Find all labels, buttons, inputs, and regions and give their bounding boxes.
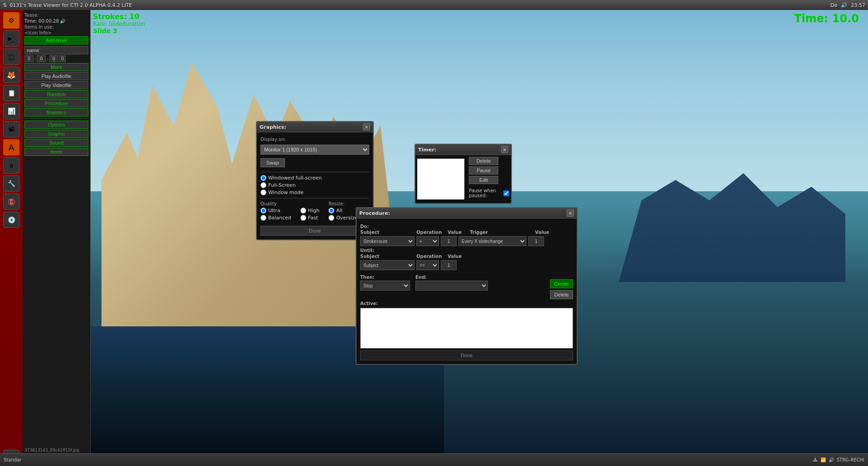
procedure-dialog-titlebar[interactable]: Procedure: ✕ — [357, 208, 577, 218]
graphics-dialog-titlebar[interactable]: Graphics: ✕ — [257, 122, 373, 132]
high-option[interactable]: High — [300, 208, 319, 214]
trigger-value-col-header: Value — [535, 230, 555, 235]
monitor-select[interactable]: Monitor 1 (1920 x 1015) — [260, 145, 369, 155]
all-label: All — [336, 208, 342, 214]
resize-label: Resize: — [328, 201, 359, 206]
subject-select[interactable]: Strokecount — [360, 236, 415, 246]
create-button[interactable]: Create — [550, 279, 573, 288]
balanced-label: Balanced — [268, 215, 291, 221]
sidebar-icon-firefox[interactable]: 🦊 — [3, 67, 19, 83]
title-text: 0131's Tease Viewer for CTI 2.0 ALPHA 0.… — [10, 2, 132, 8]
sidebar-icon-files[interactable]: 📋 — [3, 85, 19, 101]
windowed-fullscreen-radio[interactable] — [260, 175, 266, 181]
then-select[interactable]: Stop — [360, 281, 410, 291]
timer-edit-button[interactable]: Edit — [469, 176, 498, 184]
graphic-button[interactable]: Graphic — [24, 130, 88, 138]
items-button[interactable]: Items — [24, 148, 88, 156]
swap-button[interactable]: Swap — [260, 158, 285, 167]
more-button[interactable]: More — [24, 63, 88, 71]
time-ms-input[interactable] — [59, 55, 66, 62]
options-button[interactable]: Options — [24, 121, 88, 129]
fullscreen-radio[interactable] — [260, 182, 266, 188]
windowed-fullscreen-option[interactable]: Windowed full-screen — [260, 175, 369, 181]
ultra-label: Ultra — [268, 208, 280, 214]
timer-buttons: Delete Pause Edit Pause when paused: — [469, 157, 509, 198]
all-option[interactable]: All — [328, 208, 359, 214]
sidebar-icon-phone-off[interactable]: 📵 — [3, 194, 19, 210]
name-input[interactable] — [24, 46, 88, 54]
oversize-option[interactable]: Oversize. — [328, 215, 359, 221]
timer-pause-button[interactable]: Pause — [469, 166, 498, 175]
sidebar-icon-terminal[interactable]: ▶_ — [3, 30, 19, 47]
timer-close-button[interactable]: ✕ — [501, 146, 508, 153]
balanced-option[interactable]: Balanced — [260, 215, 291, 221]
end-select[interactable] — [415, 281, 488, 291]
sidebar-icon-0[interactable]: ⚙ — [3, 12, 19, 29]
sidebar-icon-impress[interactable]: 📽 — [3, 121, 19, 137]
procedure-delete-button[interactable]: Delete — [550, 290, 573, 299]
procedure-close-button[interactable]: ✕ — [567, 209, 574, 217]
timer-body: Delete Pause Edit Pause when paused: — [415, 155, 511, 203]
procedure-close-icon: ✕ — [569, 211, 572, 216]
quality-col: Quality Ultra Balanced — [260, 201, 291, 222]
until-subject-header: Subject — [360, 254, 415, 259]
speaker-small-icon: 🔊 — [60, 19, 65, 24]
taskbar-network-icon: 🖧 — [813, 457, 818, 462]
sidebar-icon-sheets[interactable]: 📊 — [3, 103, 19, 119]
window-mode-option[interactable]: Window mode — [260, 189, 369, 195]
procedure-button[interactable]: Procedure — [24, 99, 88, 107]
fast-radio[interactable] — [300, 215, 306, 221]
graphics-done-button[interactable]: Done — [260, 226, 369, 236]
ultra-radio[interactable] — [260, 208, 266, 214]
divider-1 — [24, 118, 88, 119]
high-radio[interactable] — [300, 208, 306, 214]
trigger-value-input[interactable] — [528, 236, 544, 246]
timer-delete-button[interactable]: Delete — [469, 157, 498, 165]
end-label: End: — [415, 275, 545, 280]
random-button[interactable]: Random — [24, 90, 88, 98]
de-icon: De — [830, 2, 837, 8]
time-m-input[interactable] — [37, 55, 46, 62]
window-mode-radio[interactable] — [260, 189, 266, 195]
until-value-input[interactable] — [441, 260, 457, 270]
sidebar-icon-font[interactable]: A — [3, 139, 19, 155]
value-input[interactable] — [441, 236, 457, 246]
operation-select[interactable]: + — [416, 236, 439, 246]
until-headers-row: Subject Operation Value — [360, 254, 573, 259]
high-label: High — [308, 208, 319, 214]
fullscreen-label: Full-Screen — [268, 182, 296, 188]
fast-option[interactable]: Fast — [300, 215, 319, 221]
play-audio-button[interactable]: Play Audiofile — [24, 72, 88, 80]
timer-dialog-titlebar[interactable]: Timer: ✕ — [415, 145, 511, 155]
left-panel: Tease: Time: 00:00:28 🔊 Items in use: <I… — [23, 10, 91, 466]
ultra-option[interactable]: Ultra — [260, 208, 291, 214]
fullscreen-option[interactable]: Full-Screen — [260, 182, 369, 188]
play-video-button[interactable]: Play Videofile — [24, 81, 88, 89]
procedure-content: Do: Subject Operation Value Trigger Valu… — [357, 218, 577, 364]
sound-button[interactable]: Sound — [24, 139, 88, 147]
all-radio[interactable] — [328, 208, 334, 214]
trigger-select[interactable]: Every X slidechange — [458, 236, 526, 246]
pause-when-checkbox[interactable] — [503, 190, 509, 196]
procedure-dialog: Procedure: ✕ Do: Subject Operation Value… — [356, 207, 578, 365]
icon-info-label: <Icon Info> — [24, 30, 88, 35]
until-operation-select[interactable]: == — [416, 260, 439, 270]
graphics-close-button[interactable]: ✕ — [363, 123, 370, 131]
top-time-value: Time: 10.0 — [794, 12, 859, 25]
sidebar-icon-1[interactable]: □ — [3, 49, 19, 65]
create-delete-col: Create Delete — [550, 279, 573, 299]
until-subject-select[interactable]: Subject — [360, 260, 415, 270]
time-s-input[interactable] — [49, 55, 58, 62]
do-row: Strokecount + Every X slidechange — [360, 236, 573, 246]
time-h-input[interactable] — [24, 55, 34, 62]
sidebar-icon-amazon[interactable]: a — [3, 157, 19, 174]
windowed-fullscreen-label: Windowed full-screen — [268, 175, 322, 181]
balanced-radio[interactable] — [260, 215, 266, 221]
sidebar-icon-wrench[interactable]: 🔧 — [3, 175, 19, 192]
oversize-radio[interactable] — [328, 215, 334, 221]
pause-when-area: Pause when paused: — [469, 188, 509, 198]
add-timer-button[interactable]: Add timer — [24, 36, 88, 44]
procedure-done-button[interactable]: Done — [360, 350, 573, 360]
sidebar-icon-dvd[interactable]: 💿 — [3, 212, 19, 228]
statistics-button[interactable]: Statistics — [24, 108, 88, 116]
